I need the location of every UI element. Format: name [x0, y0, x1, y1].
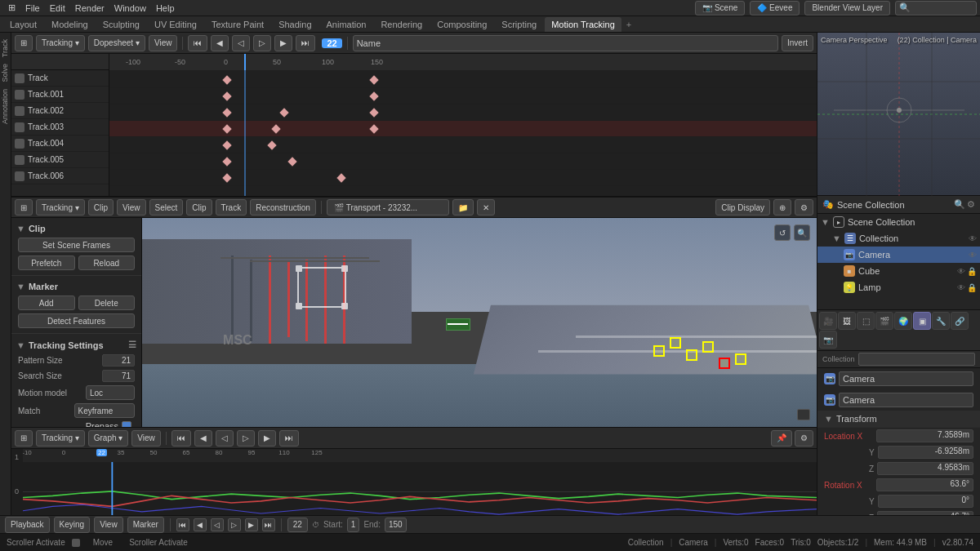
play-btn[interactable]: ▷ — [253, 35, 271, 51]
marker-btn[interactable]: Marker — [127, 517, 164, 533]
scroller-left[interactable]: Scroller Activate — [7, 538, 65, 547]
loc-z-value[interactable]: 4.9583m — [877, 462, 973, 475]
lamp-visibility[interactable]: 👁 — [957, 283, 965, 292]
graph-frame-nav-4[interactable]: ▷ — [237, 430, 255, 447]
scene-selector[interactable]: 📷 Scene — [695, 1, 745, 16]
track-row-002[interactable]: Track.002 — [11, 103, 109, 119]
match-dropdown[interactable]: Keyframe — [74, 403, 136, 418]
prefetch-btn[interactable]: Prefetch — [18, 256, 75, 270]
viewport-orbit-btn[interactable]: ↺ — [774, 224, 791, 241]
collection-visibility-icon[interactable]: 👁 — [969, 234, 977, 243]
clip-name-display[interactable]: 🎬 Transport - 23232... — [327, 199, 449, 216]
view-layer-selector[interactable]: Blender View Layer — [804, 1, 890, 16]
clip-clip-btn[interactable]: Clip — [186, 199, 212, 216]
loc-x-value[interactable]: 7.3589m — [876, 429, 973, 442]
track-row-005[interactable]: Track.005 — [11, 152, 109, 168]
graph-settings-btn[interactable]: ⚙ — [795, 430, 813, 447]
playback-view-btn[interactable]: View — [94, 517, 123, 533]
graph-editor-btn[interactable]: ⊞ — [15, 430, 33, 447]
menu-file[interactable]: File — [20, 0, 45, 16]
pattern-size-value[interactable]: 21 — [102, 354, 135, 367]
detect-features-btn[interactable]: Detect Features — [18, 313, 135, 328]
outliner-scene-collection[interactable]: ▼ ▸ Scene Collection — [817, 214, 980, 230]
tab-texture-paint[interactable]: Texture Paint — [205, 17, 270, 32]
tracking-settings-menu-icon[interactable]: ☰ — [128, 340, 136, 350]
props-object-btn[interactable]: ▣ — [913, 312, 931, 330]
pb-next-frame[interactable]: ⏭ — [262, 518, 275, 531]
cube-visibility[interactable]: 👁 — [957, 267, 965, 276]
dopesheet-mode-btn[interactable]: Dopesheet ▾ — [88, 35, 145, 51]
rot-x-value[interactable]: 63.6° — [876, 478, 973, 491]
frame-number-display[interactable]: 22 — [287, 518, 308, 532]
reload-btn[interactable]: Reload — [78, 256, 136, 270]
marker-section-header[interactable]: ▼ Marker — [11, 279, 141, 294]
add-workspace-tab[interactable]: + — [623, 20, 635, 29]
clip-close-btn[interactable]: ✕ — [477, 199, 495, 216]
props-modifier-btn[interactable]: 🔧 — [932, 312, 950, 330]
camera-visibility[interactable]: 👁 — [969, 251, 977, 260]
outliner-collection[interactable]: ▼ ☰ Collection 👁 — [817, 230, 980, 247]
graph-view-btn[interactable]: View — [131, 430, 161, 447]
render-engine-selector[interactable]: 🔷 Eevee — [750, 1, 800, 16]
tab-compositing[interactable]: Compositing — [430, 17, 493, 32]
menu-edit[interactable]: Edit — [45, 0, 70, 16]
graph-tracking-btn[interactable]: Tracking ▾ — [36, 430, 85, 447]
tab-layout[interactable]: Layout — [3, 17, 43, 32]
clip-tracking-mode-btn[interactable]: Tracking ▾ — [36, 199, 85, 216]
outliner-lamp[interactable]: 💡 Lamp 👁 🔒 — [817, 279, 980, 295]
view-btn-dopesheet[interactable]: View — [149, 35, 178, 51]
clip-view-btn[interactable]: View — [117, 199, 146, 216]
keying-btn[interactable]: Keying — [54, 517, 91, 533]
graph-frame-nav-3[interactable]: ◁ — [216, 430, 234, 447]
track-row-006[interactable]: Track.006 — [11, 168, 109, 184]
add-marker-btn[interactable]: Add — [18, 295, 75, 310]
tracking-settings-header[interactable]: ▼ Tracking Settings ☰ — [11, 337, 141, 353]
tab-scripting[interactable]: Scripting — [495, 17, 543, 32]
playback-btn[interactable]: Playback — [5, 517, 50, 533]
search-size-value[interactable]: 71 — [102, 370, 135, 382]
pb-prev-key[interactable]: ◁ — [211, 518, 224, 531]
set-scene-frames-btn[interactable]: Set Scene Frames — [18, 238, 135, 252]
play-reverse-btn[interactable]: ◁ — [232, 35, 250, 51]
props-data-btn[interactable]: 📷 — [819, 331, 837, 349]
pb-next-key[interactable]: ▶ — [245, 518, 258, 531]
viewport-scroll-right[interactable] — [797, 409, 810, 420]
scroller-right[interactable]: Scroller Activate — [129, 538, 188, 547]
clip-display-btn[interactable]: Clip Display — [715, 199, 770, 216]
clip-section-header[interactable]: ▼ Clip — [11, 221, 141, 236]
clip-viewport[interactable]: MSC — [142, 218, 817, 427]
pb-play[interactable]: ▷ — [228, 518, 241, 531]
tab-annotation[interactable]: Annotation — [0, 86, 11, 127]
jump-end-btn[interactable]: ⏭ — [296, 35, 315, 51]
props-world-btn[interactable]: 🌍 — [894, 312, 912, 330]
pb-prev-frame[interactable]: ◀ — [194, 518, 207, 531]
track-row-004[interactable]: Track.004 — [11, 136, 109, 152]
dopesheet-timeline[interactable]: -100 -50 0 50 100 150 — [109, 54, 817, 196]
graph-pin-btn[interactable]: 📌 — [771, 430, 792, 447]
tab-shading[interactable]: Shading — [272, 17, 318, 32]
tab-track[interactable]: Track — [0, 36, 11, 60]
track-row-001[interactable]: Track.001 — [11, 87, 109, 103]
track-row-003[interactable]: Track.003 — [11, 119, 109, 136]
outliner-cube[interactable]: ■ Cube 👁 🔒 — [817, 263, 980, 279]
track-row[interactable]: Track — [11, 70, 109, 87]
props-scene-btn[interactable]: 🎬 — [875, 312, 893, 330]
start-value[interactable]: 1 — [347, 518, 360, 532]
props-view-btn[interactable]: ⬚ — [857, 312, 875, 330]
tab-solve[interactable]: Solve — [0, 60, 11, 86]
blender-icon[interactable]: ⊞ — [3, 0, 20, 16]
end-value[interactable]: 150 — [385, 518, 407, 532]
pb-jump-start[interactable]: ⏮ — [176, 518, 189, 531]
name-field[interactable]: Name — [353, 35, 778, 51]
clip-editor-type-btn[interactable]: ⊞ — [15, 199, 33, 216]
clip-track-btn[interactable]: Track — [216, 199, 247, 216]
jump-start-btn[interactable]: ⏮ — [188, 35, 207, 51]
editor-type-btn[interactable]: ⊞ — [15, 35, 33, 51]
tab-animation[interactable]: Animation — [320, 17, 373, 32]
tab-modeling[interactable]: Modeling — [45, 17, 95, 32]
props-render-btn[interactable]: 🎥 — [819, 312, 837, 330]
clip-folder-btn[interactable]: 📁 — [452, 199, 474, 216]
tab-sculpting[interactable]: Sculpting — [96, 17, 146, 32]
camera-data-input[interactable] — [839, 393, 973, 407]
camera-name-input[interactable] — [839, 371, 973, 386]
